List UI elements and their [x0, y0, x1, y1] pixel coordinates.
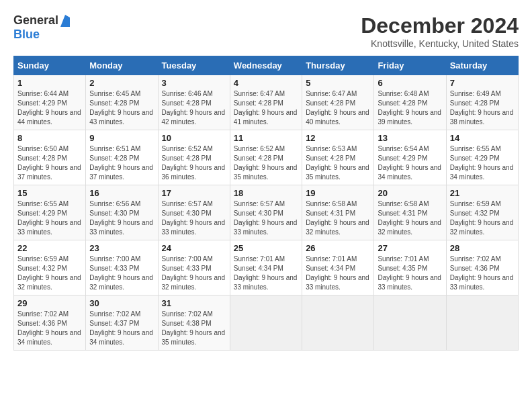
- day-info: Sunrise: 6:48 AMSunset: 4:28 PMDaylight:…: [378, 89, 442, 127]
- header-section: General Blue December 2024 Knottsville, …: [13, 13, 519, 49]
- day-number: 6: [378, 78, 442, 88]
- weekday-header-row: SundayMondayTuesdayWednesdayThursdayFrid…: [14, 56, 519, 75]
- day-number: 7: [450, 78, 515, 88]
- calendar-cell: 9Sunrise: 6:51 AMSunset: 4:28 PMDaylight…: [86, 130, 158, 185]
- calendar-cell: 8Sunrise: 6:50 AMSunset: 4:28 PMDaylight…: [14, 130, 86, 185]
- day-info: Sunrise: 7:02 AMSunset: 4:36 PMDaylight:…: [450, 255, 515, 292]
- day-number: 30: [89, 298, 154, 308]
- day-number: 22: [17, 243, 82, 253]
- day-info: Sunrise: 6:55 AMSunset: 4:29 PMDaylight:…: [17, 199, 82, 237]
- calendar-title: December 2024: [361, 13, 519, 38]
- calendar-cell: 16Sunrise: 6:56 AMSunset: 4:30 PMDayligh…: [86, 185, 158, 240]
- weekday-header-sunday: Sunday: [14, 56, 86, 75]
- logo-arrow-icon: [60, 14, 70, 27]
- title-block: December 2024 Knottsville, Kentucky, Uni…: [361, 13, 519, 49]
- day-number: 27: [378, 243, 442, 253]
- day-number: 14: [450, 133, 515, 143]
- calendar-cell: 21Sunrise: 6:59 AMSunset: 4:32 PMDayligh…: [446, 185, 518, 240]
- calendar-cell: 30Sunrise: 7:02 AMSunset: 4:37 PMDayligh…: [86, 295, 158, 351]
- day-number: 4: [234, 78, 298, 88]
- calendar-cell: 14Sunrise: 6:55 AMSunset: 4:29 PMDayligh…: [446, 130, 518, 185]
- day-number: 23: [89, 243, 154, 253]
- day-number: 11: [234, 133, 298, 143]
- calendar-cell: 12Sunrise: 6:53 AMSunset: 4:28 PMDayligh…: [302, 130, 374, 185]
- day-info: Sunrise: 6:58 AMSunset: 4:31 PMDaylight:…: [378, 199, 442, 237]
- logo: General Blue: [13, 13, 70, 42]
- day-number: 9: [89, 133, 154, 143]
- calendar-cell: [374, 295, 446, 351]
- day-info: Sunrise: 7:02 AMSunset: 4:38 PMDaylight:…: [162, 310, 226, 347]
- calendar-cell: 3Sunrise: 6:46 AMSunset: 4:28 PMDaylight…: [158, 75, 230, 130]
- day-info: Sunrise: 6:47 AMSunset: 4:28 PMDaylight:…: [306, 89, 370, 127]
- calendar-week-row: 1Sunrise: 6:44 AMSunset: 4:29 PMDaylight…: [14, 75, 519, 130]
- day-info: Sunrise: 7:01 AMSunset: 4:34 PMDaylight:…: [306, 255, 370, 292]
- day-number: 17: [162, 188, 226, 198]
- calendar-cell: 18Sunrise: 6:57 AMSunset: 4:30 PMDayligh…: [230, 185, 302, 240]
- calendar-cell: 6Sunrise: 6:48 AMSunset: 4:28 PMDaylight…: [374, 75, 446, 130]
- day-info: Sunrise: 7:00 AMSunset: 4:33 PMDaylight:…: [162, 255, 226, 292]
- day-number: 10: [162, 133, 226, 143]
- day-number: 29: [17, 298, 82, 308]
- day-info: Sunrise: 7:00 AMSunset: 4:33 PMDaylight:…: [89, 255, 154, 292]
- calendar-cell: [230, 295, 302, 351]
- weekday-header-monday: Monday: [86, 56, 158, 75]
- calendar-cell: 1Sunrise: 6:44 AMSunset: 4:29 PMDaylight…: [14, 75, 86, 130]
- day-number: 15: [17, 188, 82, 198]
- day-info: Sunrise: 6:45 AMSunset: 4:28 PMDaylight:…: [89, 89, 154, 127]
- day-info: Sunrise: 6:44 AMSunset: 4:29 PMDaylight:…: [17, 89, 82, 127]
- calendar-table: SundayMondayTuesdayWednesdayThursdayFrid…: [13, 56, 519, 351]
- calendar-week-row: 8Sunrise: 6:50 AMSunset: 4:28 PMDaylight…: [14, 130, 519, 185]
- weekday-header-thursday: Thursday: [302, 56, 374, 75]
- day-info: Sunrise: 6:57 AMSunset: 4:30 PMDaylight:…: [162, 199, 226, 237]
- day-info: Sunrise: 6:52 AMSunset: 4:28 PMDaylight:…: [162, 144, 226, 182]
- calendar-cell: 20Sunrise: 6:58 AMSunset: 4:31 PMDayligh…: [374, 185, 446, 240]
- logo-general-text: General: [13, 13, 58, 28]
- day-number: 8: [17, 133, 82, 143]
- day-number: 25: [234, 243, 298, 253]
- day-info: Sunrise: 7:02 AMSunset: 4:36 PMDaylight:…: [17, 310, 82, 347]
- calendar-cell: 17Sunrise: 6:57 AMSunset: 4:30 PMDayligh…: [158, 185, 230, 240]
- calendar-cell: 25Sunrise: 7:01 AMSunset: 4:34 PMDayligh…: [230, 240, 302, 295]
- calendar-cell: [446, 295, 518, 351]
- day-number: 20: [378, 188, 442, 198]
- calendar-cell: [302, 295, 374, 351]
- weekday-header-wednesday: Wednesday: [230, 56, 302, 75]
- svg-marker-0: [60, 15, 70, 27]
- day-number: 3: [162, 78, 226, 88]
- day-info: Sunrise: 6:46 AMSunset: 4:28 PMDaylight:…: [162, 89, 226, 127]
- day-info: Sunrise: 7:02 AMSunset: 4:37 PMDaylight:…: [89, 310, 154, 347]
- calendar-cell: 22Sunrise: 6:59 AMSunset: 4:32 PMDayligh…: [14, 240, 86, 295]
- day-number: 2: [89, 78, 154, 88]
- calendar-week-row: 29Sunrise: 7:02 AMSunset: 4:36 PMDayligh…: [14, 295, 519, 351]
- day-number: 28: [450, 243, 515, 253]
- day-info: Sunrise: 7:01 AMSunset: 4:34 PMDaylight:…: [234, 255, 298, 292]
- day-info: Sunrise: 6:53 AMSunset: 4:28 PMDaylight:…: [306, 144, 370, 182]
- day-info: Sunrise: 7:01 AMSunset: 4:35 PMDaylight:…: [378, 255, 442, 292]
- day-number: 31: [162, 298, 226, 308]
- logo-blue-text: Blue: [13, 28, 40, 42]
- day-info: Sunrise: 6:51 AMSunset: 4:28 PMDaylight:…: [89, 144, 154, 182]
- calendar-cell: 29Sunrise: 7:02 AMSunset: 4:36 PMDayligh…: [14, 295, 86, 351]
- day-info: Sunrise: 6:56 AMSunset: 4:30 PMDaylight:…: [89, 199, 154, 237]
- weekday-header-tuesday: Tuesday: [158, 56, 230, 75]
- day-number: 1: [17, 78, 82, 88]
- weekday-header-friday: Friday: [374, 56, 446, 75]
- calendar-cell: 10Sunrise: 6:52 AMSunset: 4:28 PMDayligh…: [158, 130, 230, 185]
- day-number: 26: [306, 243, 370, 253]
- calendar-cell: 26Sunrise: 7:01 AMSunset: 4:34 PMDayligh…: [302, 240, 374, 295]
- day-number: 19: [306, 188, 370, 198]
- day-number: 21: [450, 188, 515, 198]
- calendar-cell: 2Sunrise: 6:45 AMSunset: 4:28 PMDaylight…: [86, 75, 158, 130]
- day-info: Sunrise: 6:54 AMSunset: 4:29 PMDaylight:…: [378, 144, 442, 182]
- calendar-week-row: 22Sunrise: 6:59 AMSunset: 4:32 PMDayligh…: [14, 240, 519, 295]
- day-info: Sunrise: 6:59 AMSunset: 4:32 PMDaylight:…: [450, 199, 515, 237]
- day-number: 18: [234, 188, 298, 198]
- day-number: 12: [306, 133, 370, 143]
- calendar-cell: 11Sunrise: 6:52 AMSunset: 4:28 PMDayligh…: [230, 130, 302, 185]
- calendar-cell: 19Sunrise: 6:58 AMSunset: 4:31 PMDayligh…: [302, 185, 374, 240]
- calendar-cell: 31Sunrise: 7:02 AMSunset: 4:38 PMDayligh…: [158, 295, 230, 351]
- calendar-cell: 5Sunrise: 6:47 AMSunset: 4:28 PMDaylight…: [302, 75, 374, 130]
- day-number: 5: [306, 78, 370, 88]
- day-info: Sunrise: 6:49 AMSunset: 4:28 PMDaylight:…: [450, 89, 515, 127]
- day-info: Sunrise: 6:58 AMSunset: 4:31 PMDaylight:…: [306, 199, 370, 237]
